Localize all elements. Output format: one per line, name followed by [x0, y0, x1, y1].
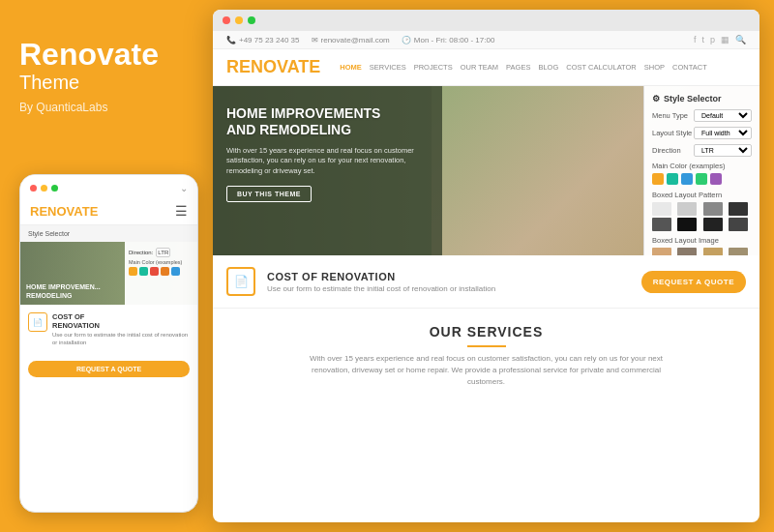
- topbar-email: ✉ renovate@mail.com: [312, 36, 390, 44]
- nav-contact[interactable]: CONTACT: [672, 63, 707, 72]
- layout-style-label: Layout Style: [652, 129, 692, 137]
- style-menu-type-row: Menu Type Default: [652, 109, 752, 122]
- twitter-icon[interactable]: t: [701, 35, 704, 44]
- mobile-mockup: ⌄ RENOVATE ☰ Style Selector HOME IMPROVE…: [19, 174, 198, 513]
- cost-desc: Use our form to estimate the initial cos…: [267, 284, 641, 293]
- mobile-direction-label: Direction:: [129, 250, 153, 255]
- mobile-style-selector-label: Style Selector: [28, 230, 70, 237]
- mobile-direction-select[interactable]: LTR: [156, 248, 170, 257]
- quote-button[interactable]: REQUEST A QUOTE: [641, 271, 746, 293]
- direction-label: Direction: [652, 146, 681, 155]
- mobile-logo: RENOVATE: [30, 204, 98, 219]
- cost-icon: 📄: [226, 267, 255, 296]
- pattern-8[interactable]: [729, 218, 748, 231]
- mobile-cost-section: 📄 COST OFRENOVATION Use our form to esti…: [20, 305, 197, 355]
- nav-shop[interactable]: SHOP: [644, 63, 665, 72]
- image-2[interactable]: [677, 248, 697, 255]
- site-menu: HOME SERVICES PROJECTS OUR TEAM PAGES BL…: [340, 63, 706, 72]
- pattern-7[interactable]: [703, 218, 723, 231]
- mobile-main-color-label: Main Color (examples): [129, 259, 194, 265]
- facebook-icon[interactable]: f: [694, 35, 697, 44]
- desktop-chrome: [213, 10, 759, 31]
- desktop-dot-yellow: [235, 16, 243, 24]
- style-images: [652, 248, 752, 255]
- swatch-purple[interactable]: [710, 173, 722, 185]
- menu-type-label: Menu Type: [652, 111, 688, 120]
- mobile-hero-text: HOME IMPROVEMEN... REMODELING: [26, 283, 101, 300]
- nav-home[interactable]: HOME: [340, 63, 362, 72]
- email-icon: ✉: [312, 36, 318, 44]
- image-3[interactable]: [703, 248, 723, 255]
- pattern-5[interactable]: [652, 218, 671, 231]
- image-1[interactable]: [652, 248, 671, 255]
- swatch-teal[interactable]: [667, 173, 678, 185]
- color-swatch-orange[interactable]: [161, 267, 169, 276]
- boxed-pattern-label: Boxed Layout Pattern: [652, 191, 752, 199]
- swatch-yellow[interactable]: [652, 173, 664, 185]
- pattern-3[interactable]: [703, 202, 723, 216]
- layout-style-select[interactable]: Full width: [694, 127, 752, 139]
- mobile-cost-desc: Use our form to estimate the initial cos…: [52, 332, 190, 347]
- settings-icon: ⚙: [652, 94, 660, 103]
- nav-pages[interactable]: PAGES: [506, 63, 530, 72]
- brand-subtitle: Theme: [19, 70, 194, 95]
- clock-icon: 🕑: [402, 36, 411, 44]
- desktop-dot-green: [248, 16, 255, 24]
- mobile-dot-green: [51, 185, 58, 192]
- topbar-phone: 📞 +49 75 23 240 35: [226, 36, 300, 44]
- nav-cost-calculator[interactable]: COST CALCULATOR: [566, 63, 637, 72]
- color-swatch-red[interactable]: [150, 267, 159, 276]
- main-color-label: Main Color (examples): [652, 162, 752, 170]
- swatch-blue[interactable]: [681, 173, 693, 185]
- style-layout-row: Layout Style Full width: [652, 127, 752, 139]
- mobile-dot-red: [30, 185, 37, 192]
- mobile-quote-btn[interactable]: REQUEST A QUOTE: [28, 361, 190, 377]
- mobile-hero: HOME IMPROVEMEN... REMODELING Direction:…: [20, 242, 197, 305]
- mobile-nav: RENOVATE ☰: [20, 197, 197, 225]
- site-hero-content: HOME IMPROVEMENTS AND REMODELING With ov…: [226, 105, 420, 202]
- mobile-color-row: [129, 267, 194, 276]
- nav-blog[interactable]: BLOG: [538, 63, 558, 72]
- cost-title: COST OF RENOVATION: [267, 271, 641, 282]
- site-nav: RENOVATE HOME SERVICES PROJECTS OUR TEAM…: [213, 49, 759, 86]
- nav-projects[interactable]: PROJECTS: [414, 63, 453, 72]
- color-swatch-teal[interactable]: [139, 267, 148, 276]
- topbar-hours: 🕑 Mon - Fri: 08:00 - 17:00: [402, 36, 495, 44]
- topbar-social: f t p ▦ 🔍: [694, 35, 746, 44]
- site-hero-desc: With over 15 years experience and real f…: [226, 146, 420, 177]
- search-icon[interactable]: 🔍: [735, 35, 746, 44]
- left-panel: Renovate Theme By QuanticaLabs: [19, 39, 194, 114]
- desktop-dot-red: [223, 16, 230, 24]
- desktop-mockup: 📞 +49 75 23 240 35 ✉ renovate@mail.com 🕑…: [213, 10, 759, 522]
- pattern-1[interactable]: [652, 202, 671, 216]
- mobile-chevron-icon: ⌄: [180, 183, 188, 193]
- services-desc: With over 15 years experience and real f…: [303, 353, 670, 388]
- site-cost-section: 📄 COST OF RENOVATION Use our form to est…: [213, 255, 759, 309]
- mobile-style-panel: Direction: LTR Main Color (examples): [125, 242, 197, 305]
- color-swatch-blue[interactable]: [171, 267, 180, 276]
- pattern-2[interactable]: [677, 202, 697, 216]
- brand-by: By QuanticaLabs: [19, 101, 194, 114]
- mobile-chrome-bar: ⌄: [20, 175, 197, 197]
- pinterest-icon[interactable]: p: [710, 35, 715, 44]
- mobile-cost-row: 📄 COST OFRENOVATION Use our form to esti…: [28, 312, 190, 347]
- pattern-4[interactable]: [729, 202, 748, 216]
- nav-our-team[interactable]: OUR TEAM: [461, 63, 498, 72]
- direction-select[interactable]: LTR: [694, 144, 752, 157]
- menu-type-select[interactable]: Default: [694, 109, 752, 122]
- site-topbar: 📞 +49 75 23 240 35 ✉ renovate@mail.com 🕑…: [213, 31, 759, 49]
- buy-theme-button[interactable]: BUY THIS THEME: [226, 186, 312, 202]
- swatch-green[interactable]: [696, 173, 707, 185]
- boxed-image-label: Boxed Layout Image: [652, 236, 752, 245]
- site-logo[interactable]: RENOVATE: [226, 57, 320, 77]
- rss-icon[interactable]: ▦: [721, 35, 729, 44]
- phone-icon: 📞: [226, 36, 236, 44]
- mobile-cost-text: COST OFRENOVATION Use our form to estima…: [52, 312, 190, 347]
- pattern-6[interactable]: [677, 218, 697, 231]
- nav-services[interactable]: SERVICES: [370, 63, 406, 72]
- color-swatch-yellow[interactable]: [129, 267, 137, 276]
- site-hero-title: HOME IMPROVEMENTS AND REMODELING: [226, 105, 420, 138]
- services-title: OUR SERVICES: [226, 324, 746, 340]
- brand-title: Renovate: [19, 39, 194, 70]
- image-4[interactable]: [729, 248, 748, 255]
